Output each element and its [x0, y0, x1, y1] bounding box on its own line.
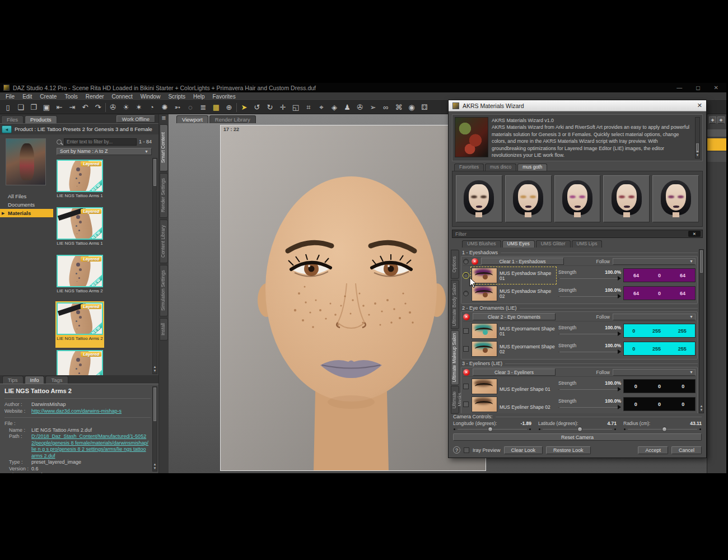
eyeornament-01-select[interactable]: MUS Eyeornament Shape 01	[471, 323, 556, 339]
eyeshadow-01-radio[interactable]	[463, 273, 469, 278]
tab-options[interactable]: Options	[451, 250, 459, 279]
right-dock-selected-item[interactable]	[707, 138, 726, 151]
preset-thumbnail[interactable]	[505, 175, 552, 222]
dialog-close-button[interactable]: ✕	[697, 102, 702, 109]
tab-smart-content[interactable]: Smart Content	[160, 124, 168, 171]
minimize-button[interactable]: —	[676, 85, 682, 91]
product-grid-scrollbar[interactable]: ▲▼	[152, 158, 157, 374]
info-scrollbar[interactable]: ▲▼	[152, 386, 157, 472]
file-path-link[interactable]: D:/2018_Daz_Stash_Content/Manufactured/1…	[31, 433, 149, 459]
render-icon[interactable]: ⚃	[419, 102, 430, 113]
tab-install[interactable]: Install	[160, 318, 168, 340]
back-button[interactable]: ◂	[2, 125, 12, 133]
tab-ums-lips[interactable]: UMS Lips	[572, 240, 603, 248]
clear-filter-icon[interactable]: ✕	[688, 231, 701, 237]
rotate-tool-icon[interactable]: ↺	[251, 102, 263, 113]
save-icon[interactable]: ▣	[41, 102, 52, 113]
slider-handle[interactable]	[618, 405, 621, 409]
aux-render-icon[interactable]: ◉	[406, 102, 417, 113]
preset-thumbnail[interactable]	[554, 175, 601, 222]
bone-tool-icon[interactable]: ⌖	[316, 102, 327, 113]
tab-tips[interactable]: Tips	[2, 376, 24, 384]
node-selection-tool-icon[interactable]: ➤	[239, 102, 250, 113]
new-distant-light-icon[interactable]: ☀	[120, 102, 132, 113]
open-file-icon[interactable]: ❏	[15, 102, 26, 113]
new-group-icon[interactable]: ◌	[185, 102, 196, 113]
eyeshadow-02-select[interactable]: MUS Eyeshadow Shape 02	[471, 285, 556, 302]
product-item[interactable]: LayeredNEW LIE NGS Tattoo Arms 1	[55, 206, 104, 253]
filter-input[interactable]	[452, 231, 688, 237]
eyeliner-01-select[interactable]: MUS Eyeliner Shape 01	[471, 378, 556, 395]
render-view[interactable]: 17 : 22	[220, 125, 486, 471]
slider-handle[interactable]	[662, 427, 667, 432]
new-spray-icon[interactable]: ➳	[172, 102, 183, 113]
follow-dropdown[interactable]: ▼	[613, 369, 696, 376]
menu-help[interactable]: Help	[189, 94, 209, 100]
reset-camera-button[interactable]: Reset Camera	[453, 433, 702, 441]
joint-editor-tool-icon[interactable]: ⌗	[303, 102, 314, 113]
menu-create[interactable]: Create	[36, 94, 60, 100]
right-dock-tab-stub[interactable]	[707, 129, 726, 137]
slider-handle[interactable]	[618, 332, 621, 336]
slider-handle[interactable]	[618, 387, 621, 391]
restore-look-button[interactable]: Restore Look	[546, 446, 591, 454]
product-item[interactable]: LayeredNEW LIE NGS Tattoo Arms 3	[55, 349, 104, 375]
preset-thumbnail[interactable]	[456, 175, 502, 222]
tab-mus-disco[interactable]: mus disco	[485, 164, 516, 171]
menu-scripts[interactable]: Scripts	[164, 94, 189, 100]
add-button[interactable]: ✚	[717, 116, 725, 124]
strength-slider[interactable]: −	[558, 276, 621, 281]
help-button[interactable]: ?	[453, 446, 460, 454]
new-world-node-icon[interactable]: ◔	[146, 102, 157, 113]
new-camera-icon[interactable]: ✇	[108, 102, 119, 113]
preset-thumbnail[interactable]	[652, 175, 699, 222]
eyeornament-02-select[interactable]: MUS Eyeornament Shape 02	[471, 340, 556, 357]
strength-slider[interactable]: −	[558, 349, 621, 354]
redo-icon[interactable]: ↷	[92, 102, 104, 113]
scrollbar-handle[interactable]	[700, 250, 703, 273]
accept-button[interactable]: Accept	[638, 446, 668, 454]
grid-display-icon[interactable]: ▦	[211, 102, 222, 113]
search-input[interactable]	[64, 138, 137, 146]
tab-content-library[interactable]: Content Library	[160, 220, 168, 263]
scale-tool-icon[interactable]: ◱	[290, 102, 301, 113]
tab-tags[interactable]: Tags	[45, 376, 68, 384]
color-swatch[interactable]: 64 0 64	[623, 268, 696, 282]
website-link[interactable]: http://www.daz3d.com/darwins-mishap-s	[31, 408, 122, 415]
nav-all-files[interactable]: All Files	[0, 192, 53, 200]
scrollbar-arrows[interactable]: ▲▼	[696, 150, 699, 157]
pointer-plus-tool-icon[interactable]: ➢	[367, 102, 379, 113]
scrollbar-handle[interactable]	[153, 159, 156, 186]
scrollbar-arrows[interactable]: ▲▼	[153, 463, 157, 470]
work-offline-button[interactable]: Work Offline	[116, 115, 155, 123]
product-cover-image[interactable]	[6, 138, 46, 185]
tab-mus-goth[interactable]: mus goth	[517, 164, 547, 171]
tab-viewport[interactable]: Viewport	[176, 115, 208, 123]
export-icon[interactable]: ⇥	[67, 102, 78, 113]
tab-ultimate-masks[interactable]: Ultimate Masks	[451, 386, 459, 414]
clear-eyeshad-button[interactable]: Clear 1 - Eyeshadows	[481, 258, 564, 265]
clear-eyeliners-button[interactable]: Clear 3 - Eyeliners	[473, 368, 556, 376]
strength-slider[interactable]: −	[558, 405, 621, 410]
pane-menu-icon[interactable]: ≣	[159, 114, 169, 123]
sort-dropdown[interactable]: Sort by Name : A to Z ▼	[57, 148, 152, 155]
tab-ums-glitter[interactable]: UMS Glitter	[536, 240, 571, 248]
menu-connect[interactable]: Connect	[108, 94, 137, 100]
render-settings-icon[interactable]: ⌘	[393, 102, 404, 113]
nav-materials[interactable]: ▶ Materials	[0, 209, 53, 217]
eyeornament-02-checkbox[interactable]	[463, 346, 469, 352]
follow-dropdown[interactable]: ▼	[613, 258, 696, 265]
options-scrollbar[interactable]: ▲▼	[699, 249, 704, 413]
strength-slider[interactable]: −	[558, 294, 621, 299]
viewport-pan-icon[interactable]: ⊕	[223, 102, 235, 113]
slider-handle[interactable]	[618, 276, 621, 281]
eyeliner-02-select[interactable]: MUS Eyeliner Shape 02	[471, 396, 556, 413]
strength-slider[interactable]: −	[558, 332, 621, 337]
right-dock-item[interactable]	[707, 152, 726, 162]
tab-files[interactable]: Files	[1, 115, 24, 123]
preset-thumbnail[interactable]	[603, 175, 650, 222]
tab-ums-blushes[interactable]: UMS Blushes	[462, 240, 501, 248]
tab-products[interactable]: Products	[25, 115, 57, 123]
import-icon[interactable]: ⇤	[54, 102, 65, 113]
menu-file[interactable]: File	[2, 94, 18, 100]
